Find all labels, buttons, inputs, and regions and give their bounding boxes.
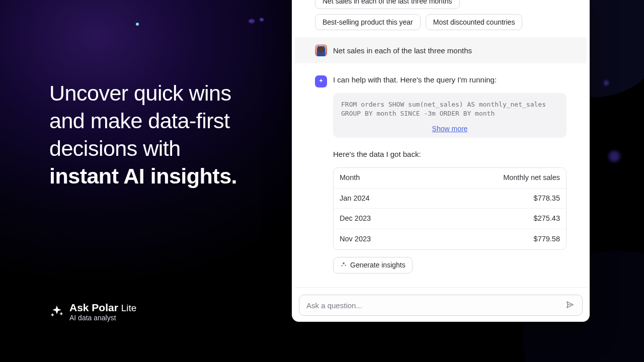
assistant-intro-text: I can help with that. Here's the query I… <box>333 74 567 86</box>
table-cell-month: Dec 2023 <box>334 209 423 229</box>
suggestion-chip-net-sales[interactable]: Net sales in each of the last three mont… <box>315 0 460 9</box>
table-header-value: Monthly net sales <box>423 168 566 188</box>
generate-insights-button[interactable]: Generate insights <box>333 257 413 274</box>
table-cell-value: $778.35 <box>423 188 566 209</box>
hero-headline: Uncover quick wins and make data-first d… <box>49 79 271 190</box>
decorative-dot <box>260 18 264 21</box>
table-row: Jan 2024 $778.35 <box>334 188 566 209</box>
send-icon <box>566 300 575 311</box>
table-cell-month: Nov 2023 <box>334 229 423 249</box>
suggestion-chip-best-selling[interactable]: Best-selling product this year <box>315 14 421 30</box>
table-cell-month: Jan 2024 <box>334 188 423 209</box>
assistant-message-row: I can help with that. Here's the query I… <box>295 63 587 287</box>
send-button[interactable] <box>563 298 577 312</box>
generate-insights-label: Generate insights <box>350 261 406 269</box>
hero-line-1: Uncover quick wins <box>49 81 231 105</box>
table-cell-value: $779.58 <box>423 229 566 249</box>
table-row: Nov 2023 $779.58 <box>334 229 566 249</box>
user-message-row: Net sales in each of the last three mont… <box>295 37 587 63</box>
brand-subtitle: AI data analyst <box>69 314 136 322</box>
user-message-text: Net sales in each of the last three mont… <box>333 46 472 55</box>
show-more-link[interactable]: Show more <box>341 124 558 134</box>
hero-line-2: and make data-first <box>49 109 230 133</box>
query-code-text: FROM orders SHOW sum(net_sales) AS month… <box>341 100 558 119</box>
sparkle-icon <box>340 261 347 269</box>
suggestion-chip-discounted-countries[interactable]: Most discounted countries <box>426 14 523 30</box>
table-cell-value: $275.43 <box>423 209 566 229</box>
hero-line-3: decisions with <box>49 136 181 160</box>
decorative-dot <box>136 23 139 26</box>
brand-block: Ask Polar Lite AI data analyst <box>49 302 136 322</box>
chat-scroll-area[interactable]: Net sales in each of the last three mont… <box>295 0 587 287</box>
brand-name: Ask Polar <box>69 302 118 313</box>
assistant-sparkle-icon <box>315 75 327 87</box>
composer-bar <box>295 287 587 319</box>
table-header-month: Month <box>334 168 423 188</box>
composer-input[interactable] <box>306 301 563 310</box>
decorative-dot <box>609 151 620 162</box>
hero-line-4: instant AI insights. <box>49 164 237 188</box>
table-row: Dec 2023 $275.43 <box>334 209 566 229</box>
decorative-dot <box>249 19 255 23</box>
chat-panel: Net sales in each of the last three mont… <box>292 0 590 322</box>
brand-variant: Lite <box>121 303 137 313</box>
query-code-block: FROM orders SHOW sum(net_sales) AS month… <box>333 93 567 138</box>
results-table: Month Monthly net sales Jan 2024 $778.35… <box>333 167 567 250</box>
decorative-dot <box>604 80 609 85</box>
sparkle-logo-icon <box>49 304 64 319</box>
data-intro-text: Here's the data I got back: <box>333 149 567 160</box>
suggestion-chip-row: Net sales in each of the last three mont… <box>295 0 587 37</box>
user-avatar <box>315 44 327 56</box>
